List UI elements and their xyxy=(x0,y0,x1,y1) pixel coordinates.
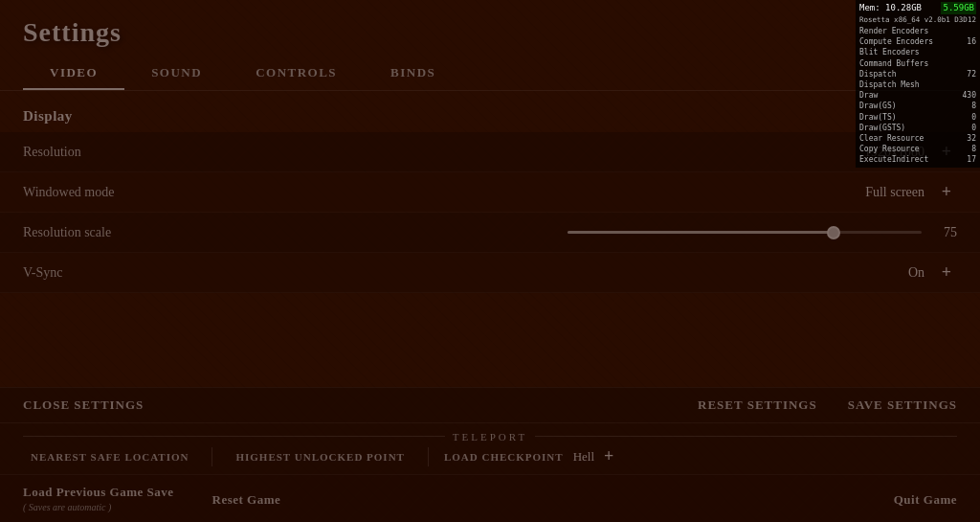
perf-row: Dispatch72 xyxy=(859,69,976,79)
perf-row: Clear Resource32 xyxy=(859,133,976,144)
perf-row: Render Encoders xyxy=(859,26,976,36)
renderer-label: Rosetta x86_64 v2.0b1 D3D12 xyxy=(859,15,976,26)
mem-free: 5.59GB xyxy=(941,2,976,14)
performance-overlay: Mem: 10.28GB 5.59GB Rosetta x86_64 v2.0b… xyxy=(856,0,980,168)
mem-used: Mem: 10.28GB xyxy=(859,2,922,14)
perf-row: Draw(TS)0 xyxy=(859,112,976,123)
perf-row: Draw430 xyxy=(859,90,976,101)
perf-row: Compute Encoders16 xyxy=(859,36,976,47)
perf-row: Blit Encoders xyxy=(859,47,976,57)
perf-row: ExecuteIndirect17 xyxy=(859,154,976,165)
perf-row: Draw(GS)8 xyxy=(859,101,976,111)
perf-row: Command Buffers xyxy=(859,58,976,69)
perf-row: Draw(GSTS)0 xyxy=(859,123,976,133)
perf-row: Copy Resource8 xyxy=(859,144,976,154)
perf-row: Dispatch Mesh xyxy=(859,79,976,90)
